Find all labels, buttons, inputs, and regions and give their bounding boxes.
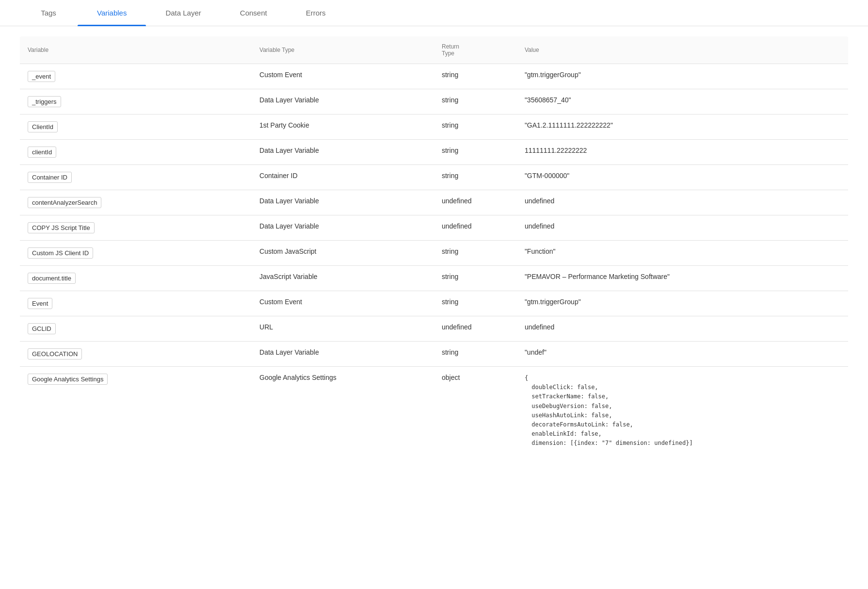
variable-badge[interactable]: document.title	[28, 273, 76, 284]
variable-cell[interactable]: ClientId	[20, 115, 252, 140]
variable-badge[interactable]: Container ID	[28, 172, 72, 183]
variable-cell[interactable]: _triggers	[20, 89, 252, 115]
return-type-cell: string	[434, 266, 517, 291]
variable-type-cell: Data Layer Variable	[252, 215, 434, 241]
table-row: GEOLOCATIONData Layer Variablestring"und…	[20, 342, 849, 367]
variable-badge[interactable]: GEOLOCATION	[28, 348, 82, 360]
variable-badge[interactable]: COPY JS Script Title	[28, 222, 95, 233]
table-row: _triggersData Layer Variablestring"35608…	[20, 89, 849, 115]
variable-cell[interactable]: contentAnalyzerSearch	[20, 190, 252, 215]
variable-cell[interactable]: Event	[20, 291, 252, 316]
table-container: Variable Variable Type ReturnType Value …	[0, 26, 868, 465]
variable-type-cell: Container ID	[252, 165, 434, 190]
variable-cell[interactable]: COPY JS Script Title	[20, 215, 252, 241]
return-type-cell: string	[434, 64, 517, 89]
tab-consent[interactable]: Consent	[221, 0, 287, 26]
value-cell: undefined	[517, 316, 849, 342]
value-cell: "GTM-000000"	[517, 165, 849, 190]
value-cell: "gtm.triggerGroup"	[517, 291, 849, 316]
variable-cell[interactable]: GEOLOCATION	[20, 342, 252, 367]
variable-badge[interactable]: Custom JS Client ID	[28, 247, 93, 259]
tab-bar: Tags Variables Data Layer Consent Errors	[0, 0, 868, 26]
variable-badge[interactable]: Event	[28, 298, 52, 309]
tab-errors[interactable]: Errors	[287, 0, 345, 26]
tab-data-layer[interactable]: Data Layer	[146, 0, 220, 26]
table-row: document.titleJavaScript Variablestring"…	[20, 266, 849, 291]
value-cell: "PEMAVOR – Performance Marketing Softwar…	[517, 266, 849, 291]
value-cell: { doubleClick: false, setTrackerName: fa…	[517, 367, 849, 456]
value-cell: 11111111.22222222	[517, 140, 849, 165]
table-row: ClientId1st Party Cookiestring"GA1.2.111…	[20, 115, 849, 140]
variable-type-cell: 1st Party Cookie	[252, 115, 434, 140]
variable-cell[interactable]: Custom JS Client ID	[20, 241, 252, 266]
variable-type-cell: Data Layer Variable	[252, 190, 434, 215]
variable-badge[interactable]: ClientId	[28, 121, 58, 132]
variable-badge[interactable]: Google Analytics Settings	[28, 374, 108, 385]
variable-type-cell: JavaScript Variable	[252, 266, 434, 291]
value-cell: "35608657_40"	[517, 89, 849, 115]
table-row: EventCustom Eventstring"gtm.triggerGroup…	[20, 291, 849, 316]
table-row: Container IDContainer IDstring"GTM-00000…	[20, 165, 849, 190]
value-cell: "undef"	[517, 342, 849, 367]
table-row: Google Analytics SettingsGoogle Analytic…	[20, 367, 849, 456]
variable-type-cell: Data Layer Variable	[252, 342, 434, 367]
return-type-cell: string	[434, 342, 517, 367]
variable-cell[interactable]: clientId	[20, 140, 252, 165]
variable-cell[interactable]: document.title	[20, 266, 252, 291]
variable-badge[interactable]: clientId	[28, 147, 56, 158]
return-type-cell: undefined	[434, 316, 517, 342]
variable-type-cell: Custom Event	[252, 291, 434, 316]
variable-type-cell: URL	[252, 316, 434, 342]
variable-cell[interactable]: _event	[20, 64, 252, 89]
col-header-variable: Variable	[20, 36, 252, 64]
table-row: contentAnalyzerSearchData Layer Variable…	[20, 190, 849, 215]
col-header-value: Value	[517, 36, 849, 64]
table-row: Custom JS Client IDCustom JavaScriptstri…	[20, 241, 849, 266]
tab-tags[interactable]: Tags	[19, 0, 78, 26]
return-type-cell: undefined	[434, 215, 517, 241]
table-row: clientIdData Layer Variablestring1111111…	[20, 140, 849, 165]
return-type-cell: string	[434, 165, 517, 190]
variables-table: Variable Variable Type ReturnType Value …	[19, 36, 849, 456]
tab-variables[interactable]: Variables	[78, 0, 146, 26]
value-cell: undefined	[517, 190, 849, 215]
variable-badge[interactable]: _event	[28, 71, 55, 82]
variable-type-cell: Custom Event	[252, 64, 434, 89]
variable-type-cell: Custom JavaScript	[252, 241, 434, 266]
variable-cell[interactable]: Google Analytics Settings	[20, 367, 252, 456]
table-row: COPY JS Script TitleData Layer Variableu…	[20, 215, 849, 241]
value-cell: "gtm.triggerGroup"	[517, 64, 849, 89]
return-type-cell: string	[434, 140, 517, 165]
table-row: _eventCustom Eventstring"gtm.triggerGrou…	[20, 64, 849, 89]
variable-badge[interactable]: GCLID	[28, 323, 56, 334]
value-cell: "GA1.2.1111111.222222222"	[517, 115, 849, 140]
table-row: GCLIDURLundefinedundefined	[20, 316, 849, 342]
return-type-cell: string	[434, 115, 517, 140]
return-type-cell: string	[434, 89, 517, 115]
table-header-row: Variable Variable Type ReturnType Value	[20, 36, 849, 64]
col-header-return: ReturnType	[434, 36, 517, 64]
variable-type-cell: Google Analytics Settings	[252, 367, 434, 456]
variable-type-cell: Data Layer Variable	[252, 89, 434, 115]
variable-cell[interactable]: Container ID	[20, 165, 252, 190]
variable-badge[interactable]: contentAnalyzerSearch	[28, 197, 101, 208]
variable-cell[interactable]: GCLID	[20, 316, 252, 342]
return-type-cell: string	[434, 241, 517, 266]
variable-type-cell: Data Layer Variable	[252, 140, 434, 165]
value-cell: "Function"	[517, 241, 849, 266]
col-header-type: Variable Type	[252, 36, 434, 64]
return-type-cell: string	[434, 291, 517, 316]
return-type-cell: undefined	[434, 190, 517, 215]
return-type-cell: object	[434, 367, 517, 456]
variable-badge[interactable]: _triggers	[28, 96, 61, 107]
value-cell: undefined	[517, 215, 849, 241]
